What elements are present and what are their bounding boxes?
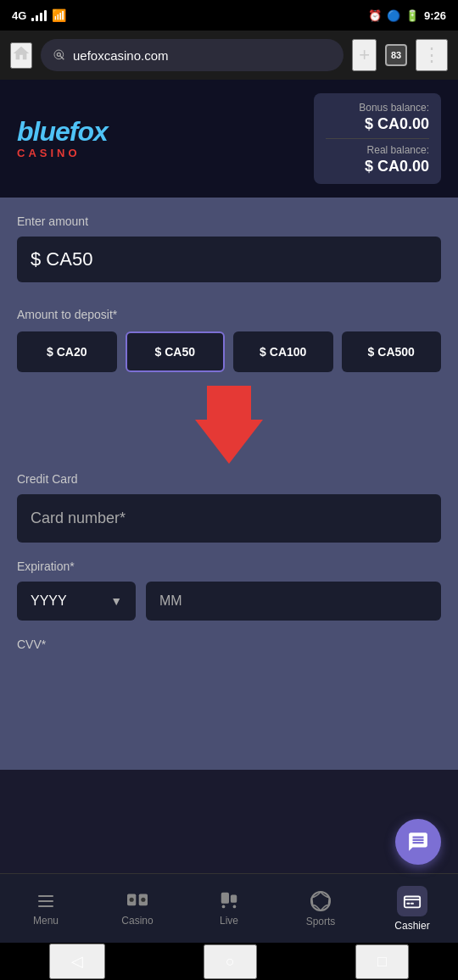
casino-icon xyxy=(126,891,149,911)
svg-point-8 xyxy=(130,897,134,901)
cashier-icon xyxy=(403,892,422,910)
status-left: 4G 📶 xyxy=(12,8,66,22)
logo-red: CASINO xyxy=(17,147,108,159)
credit-card-label: Credit Card xyxy=(17,472,441,486)
url-icon xyxy=(53,48,66,62)
signal-text: 4G xyxy=(12,9,26,22)
alarm-icon: ⏰ xyxy=(368,9,382,22)
svg-point-13 xyxy=(233,905,237,908)
cvv-label: CVV* xyxy=(17,638,441,651)
credit-card-section: Credit Card Card number* Expiration* YYY… xyxy=(17,472,441,651)
sports-icon xyxy=(310,890,332,912)
expiration-fields: YYYY ▼ MM xyxy=(17,582,441,621)
signal-bars-icon xyxy=(31,9,47,21)
month-placeholder: MM xyxy=(159,593,182,608)
arrow-indicator xyxy=(17,386,441,464)
svg-rect-17 xyxy=(411,902,414,904)
back-button[interactable]: ◁ xyxy=(49,944,105,979)
deposit-500-button[interactable]: $ CA500 xyxy=(342,331,442,372)
menu-icon xyxy=(36,891,56,911)
wifi-icon: 📶 xyxy=(52,8,66,22)
deposit-50-button[interactable]: $ CA50 xyxy=(126,331,226,372)
svg-rect-16 xyxy=(407,902,411,904)
svg-rect-11 xyxy=(231,894,237,902)
more-options-button[interactable]: ⋮ xyxy=(416,39,448,71)
time-text: 9:26 xyxy=(424,9,446,22)
svg-rect-4 xyxy=(38,900,53,902)
amount-value: $ CA50 xyxy=(31,248,92,270)
expiration-section: Expiration* YYYY ▼ MM xyxy=(17,560,441,621)
home-icon xyxy=(12,44,31,63)
svg-point-12 xyxy=(222,905,226,908)
browser-home-button[interactable] xyxy=(10,42,32,69)
chat-icon xyxy=(407,831,429,853)
menu-label: Menu xyxy=(33,915,59,927)
svg-point-2 xyxy=(54,50,64,59)
url-text: uefoxcasino.com xyxy=(73,48,332,63)
logo-blue: bluefox xyxy=(17,118,108,145)
amount-input[interactable]: $ CA50 xyxy=(17,237,441,282)
battery-icon: 🔋 xyxy=(405,9,419,22)
card-number-input[interactable]: Card number* xyxy=(17,494,441,543)
status-right: ⏰ 🔵 🔋 9:26 xyxy=(368,9,446,22)
url-bar[interactable]: uefoxcasino.com xyxy=(41,39,344,71)
deposit-label: Amount to deposit* xyxy=(17,308,441,321)
status-bar: 4G 📶 ⏰ 🔵 🔋 9:26 xyxy=(0,0,458,31)
logo-area: bluefox CASINO xyxy=(17,118,108,159)
real-balance-value: $ CA0.00 xyxy=(326,158,429,175)
live-icon xyxy=(218,891,240,911)
sports-label: Sports xyxy=(306,916,336,927)
cashier-label: Cashier xyxy=(394,920,429,932)
svg-rect-3 xyxy=(38,895,53,897)
svg-rect-10 xyxy=(221,892,229,903)
amount-label: Enter amount xyxy=(17,214,441,228)
card-number-placeholder: Card number* xyxy=(31,509,126,526)
new-tab-button[interactable]: + xyxy=(352,39,377,71)
bottom-nav: Menu Casino Live Sports xyxy=(0,873,458,943)
nav-cashier[interactable]: Cashier xyxy=(366,879,458,938)
balance-box: Bonus balance: $ CA0.00 Real balance: $ … xyxy=(314,93,441,184)
deposit-100-button[interactable]: $ CA100 xyxy=(233,331,333,372)
deposit-options: $ CA20 $ CA50 $ CA100 $ CA500 xyxy=(17,331,441,372)
browser-bar: uefoxcasino.com + 83 ⋮ xyxy=(0,31,458,80)
cashier-icon-bg xyxy=(397,886,427,916)
svg-point-9 xyxy=(141,897,145,901)
casino-label: Casino xyxy=(121,915,153,927)
svg-rect-5 xyxy=(38,905,53,907)
expiration-label: Expiration* xyxy=(17,560,441,573)
nav-casino[interactable]: Casino xyxy=(92,884,183,933)
chat-button[interactable] xyxy=(395,819,441,865)
nav-live[interactable]: Live xyxy=(183,884,275,933)
home-button[interactable]: ○ xyxy=(204,944,257,979)
svg-rect-15 xyxy=(405,896,420,907)
main-content: Enter amount $ CA50 Amount to deposit* $… xyxy=(0,198,458,770)
svg-point-0 xyxy=(57,53,60,56)
casino-header: bluefox CASINO Bonus balance: $ CA0.00 R… xyxy=(0,80,458,198)
nav-menu[interactable]: Menu xyxy=(0,884,92,933)
cvv-section: CVV* xyxy=(17,638,441,651)
bonus-balance-label: Bonus balance: xyxy=(326,102,429,114)
nav-sports[interactable]: Sports xyxy=(275,883,366,934)
month-input[interactable]: MM xyxy=(146,582,441,621)
deposit-section: Amount to deposit* $ CA20 $ CA50 $ CA100… xyxy=(17,308,441,372)
bonus-balance-value: $ CA0.00 xyxy=(326,115,429,133)
tabs-count-button[interactable]: 83 xyxy=(385,44,407,66)
real-balance-label: Real balance: xyxy=(326,144,429,156)
live-label: Live xyxy=(220,915,238,927)
year-placeholder: YYYY xyxy=(31,593,67,609)
bluetooth-icon: 🔵 xyxy=(387,9,400,22)
recents-button[interactable]: □ xyxy=(355,944,409,979)
chevron-down-icon: ▼ xyxy=(110,594,122,608)
svg-point-14 xyxy=(311,892,330,910)
deposit-20-button[interactable]: $ CA20 xyxy=(17,331,117,372)
year-select[interactable]: YYYY ▼ xyxy=(17,582,136,621)
